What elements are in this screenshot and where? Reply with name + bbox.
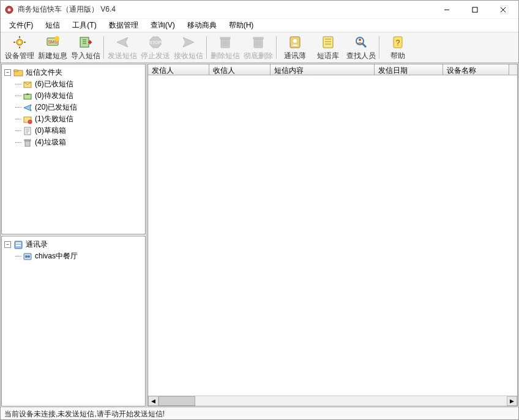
tool-label: 删除短信 — [211, 51, 240, 61]
tool-label: 查找人员 — [346, 51, 376, 61]
svg-rect-39 — [24, 94, 31, 99]
svg-line-32 — [362, 43, 366, 47]
library-icon — [319, 34, 337, 50]
column-header[interactable]: 发信人 — [148, 64, 209, 75]
svg-point-14 — [54, 36, 59, 41]
table-header: 发信人收信人短信内容发信日期设备名称 — [148, 64, 517, 75]
scroll-right-icon[interactable]: ▶ — [507, 396, 517, 406]
tool-label: 彻底删除 — [244, 51, 273, 61]
menu-bar: 文件(F) 短信 工具(T) 数据管理 查询(V) 移动商典 帮助(H) — [1, 19, 518, 32]
status-text: 当前设备未连接,未发送短信,请手动开始发送短信! — [4, 410, 165, 418]
tool-contacts[interactable]: 通讯薄 — [278, 34, 312, 61]
tool-help[interactable]: ?帮助 — [381, 34, 414, 61]
delete-icon — [217, 34, 234, 50]
tree-root-label: 短信文件夹 — [26, 67, 62, 78]
minus-icon[interactable]: − — [4, 69, 11, 76]
tree-item-sent[interactable]: (20)已发短信 — [4, 102, 143, 113]
minus-icon[interactable]: − — [4, 241, 11, 248]
tool-gear[interactable]: 设备管理 — [3, 34, 36, 61]
outbox-icon — [23, 91, 32, 101]
menu-help[interactable]: 帮助(H) — [223, 19, 260, 32]
gear-icon — [11, 34, 28, 50]
svg-point-33 — [359, 39, 361, 41]
column-header[interactable]: 短信内容 — [271, 64, 375, 75]
menu-query[interactable]: 查询(V) — [144, 19, 181, 32]
tree-item-outbox[interactable]: (0)待发短信 — [4, 90, 143, 102]
help-icon: ? — [389, 34, 406, 50]
failed-icon: ! — [23, 114, 32, 124]
menu-tools[interactable]: 工具(T) — [66, 19, 102, 32]
column-header[interactable]: 收信人 — [209, 64, 271, 75]
svg-rect-37 — [14, 70, 18, 72]
svg-text:!: ! — [29, 120, 30, 124]
minimize-button[interactable] — [433, 1, 461, 19]
sms-new-icon: SMS — [44, 34, 61, 50]
column-label: 发信人 — [152, 66, 174, 75]
toolbar-separator — [379, 36, 380, 59]
svg-rect-48 — [16, 245, 21, 246]
svg-point-51 — [28, 255, 30, 258]
tree-item-draft[interactable]: (0)草稿箱 — [4, 125, 143, 137]
left-panel: − 短信文件夹 (6)已收短信(0)待发短信(20)已发短信!(1)失败短信(0… — [1, 63, 147, 407]
trash-icon — [23, 138, 32, 148]
tool-label: 通讯薄 — [284, 51, 306, 61]
tree-root-contacts[interactable]: − 通讯录 — [4, 239, 143, 250]
menu-data[interactable]: 数据管理 — [103, 19, 144, 32]
menu-sms[interactable]: 短信 — [39, 19, 66, 32]
close-button[interactable] — [489, 1, 517, 19]
tool-label: 帮助 — [390, 51, 405, 61]
svg-text:?: ? — [396, 39, 400, 47]
main-area: − 短信文件夹 (6)已收短信(0)待发短信(20)已发短信!(1)失败短信(0… — [1, 63, 518, 407]
tree-item-inbox[interactable]: (6)已收短信 — [4, 78, 143, 90]
tree-item-contact[interactable]: chivas中餐厅 — [4, 250, 143, 262]
sent-icon — [23, 103, 32, 113]
tree-item-failed[interactable]: !(1)失败短信 — [4, 113, 143, 125]
tree-item-label: chivas中餐厅 — [35, 251, 78, 261]
tool-label: 新建短息 — [38, 51, 67, 61]
tree-line — [15, 107, 21, 108]
scroll-track[interactable] — [195, 396, 507, 406]
tree-item-trash[interactable]: (4)垃圾箱 — [4, 137, 143, 148]
svg-point-50 — [25, 255, 28, 258]
svg-rect-30 — [323, 37, 333, 48]
tool-library[interactable]: 短语库 — [312, 34, 345, 61]
svg-rect-45 — [24, 140, 31, 141]
folder-icon — [13, 68, 23, 78]
scroll-left-icon[interactable]: ◀ — [148, 396, 159, 406]
tree-root-folders[interactable]: − 短信文件夹 — [4, 67, 143, 78]
tool-import[interactable]: 导入短信 — [69, 34, 102, 61]
folder-tree[interactable]: − 短信文件夹 (6)已收短信(0)待发短信(20)已发短信!(1)失败短信(0… — [1, 64, 146, 234]
column-header[interactable]: 设备名称 — [443, 64, 509, 75]
app-icon — [4, 5, 14, 15]
tool-find-person[interactable]: 查找人员 — [345, 34, 378, 61]
column-header[interactable]: 发信日期 — [375, 64, 443, 75]
import-icon — [77, 34, 94, 50]
tree-root-label: 通讯录 — [26, 239, 48, 250]
tool-sms-new[interactable]: SMS新建短息 — [36, 34, 69, 61]
table-body[interactable] — [148, 75, 517, 396]
tree-item-label: (4)垃圾箱 — [35, 137, 66, 148]
tree-line — [15, 142, 21, 143]
menu-mobile[interactable]: 移动商典 — [181, 19, 223, 32]
tool-label: 设备管理 — [5, 51, 34, 61]
maximize-button[interactable] — [461, 1, 489, 19]
window-title: 商务短信快车（通用版） V6.4 — [18, 4, 433, 15]
stop-icon: STOP — [147, 34, 164, 50]
contacts-icon — [286, 34, 304, 50]
contacts-tree[interactable]: − 通讯录 chivas中餐厅 — [1, 236, 146, 407]
svg-rect-44 — [25, 141, 30, 146]
column-label: 短信内容 — [274, 66, 304, 75]
tree-item-label: (1)失败短信 — [35, 114, 73, 124]
draft-icon — [23, 126, 32, 136]
column-label: 设备名称 — [447, 66, 476, 75]
send-icon — [114, 34, 131, 50]
menu-file[interactable]: 文件(F) — [3, 19, 39, 32]
horizontal-scrollbar[interactable]: ◀ ▶ — [148, 396, 517, 406]
tree-line — [15, 130, 21, 131]
scroll-thumb[interactable] — [159, 396, 195, 406]
tool-receive: 接收短信 — [172, 34, 205, 61]
column-label: 收信人 — [213, 66, 235, 75]
status-bar: 当前设备未连接,未发送短信,请手动开始发送短信! — [1, 407, 518, 419]
tool-send: 发送短信 — [106, 34, 139, 61]
tree-line — [15, 84, 21, 84]
